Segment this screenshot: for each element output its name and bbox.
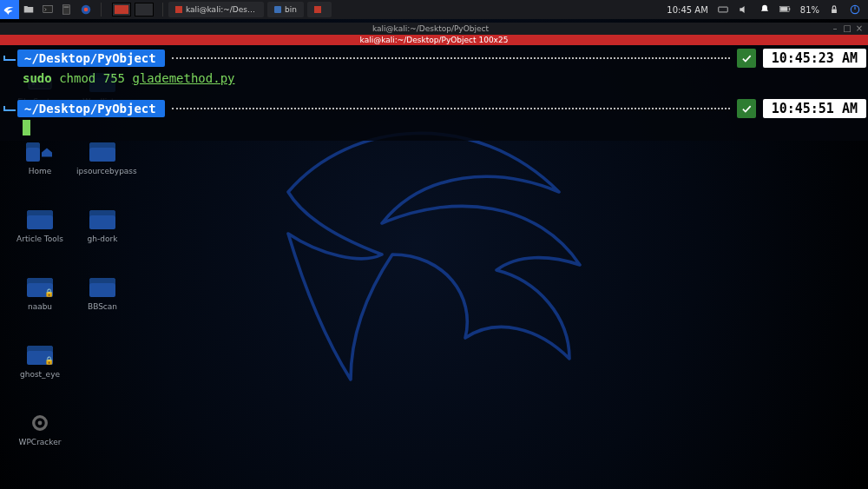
editor-icon <box>61 3 73 16</box>
close-button[interactable]: × <box>856 25 863 32</box>
file-manager-launcher[interactable] <box>19 0 38 19</box>
panel-divider <box>101 3 102 17</box>
desktop-icon-article-tools[interactable]: Article Tools <box>14 208 66 243</box>
desktop-icon-label: Article Tools <box>14 235 66 243</box>
folder-icon <box>89 276 116 299</box>
desktop-icon-bbscan[interactable]: BBScan <box>76 276 128 311</box>
power-icon[interactable] <box>849 3 861 16</box>
svg-point-4 <box>84 8 89 12</box>
svg-rect-8 <box>789 8 790 10</box>
svg-rect-2 <box>64 7 69 8</box>
cmd-chmod: chmod <box>59 71 95 85</box>
folder-locked-icon <box>26 276 54 299</box>
svg-point-15 <box>38 421 43 426</box>
system-tray: 10:45 AM 81% <box>667 3 868 16</box>
prompt-separator <box>172 57 730 59</box>
taskbar-item-label: bin <box>285 5 297 14</box>
taskbar-bin-window[interactable]: bin <box>267 2 304 17</box>
folder-icon <box>26 208 54 231</box>
command-line: sudo chmod 755 glademethod.py <box>0 69 868 97</box>
taskbar-minimized-window[interactable] <box>307 2 332 17</box>
window-icon <box>314 6 321 13</box>
volume-icon[interactable] <box>738 3 750 16</box>
terminal-icon <box>42 3 54 16</box>
workspace-1[interactable] <box>112 3 131 17</box>
folder-icon <box>89 208 116 231</box>
browser-icon <box>80 3 92 16</box>
workspace-switcher[interactable] <box>112 3 157 17</box>
battery-percent: 81% <box>800 5 819 15</box>
terminal-input-line[interactable] <box>0 120 868 135</box>
gear-icon <box>26 412 54 434</box>
desktop-icon-label: Home <box>14 167 66 175</box>
applications-menu-button[interactable] <box>0 0 19 19</box>
desktop[interactable]: File System Home Article Tools naabu gho… <box>0 19 868 489</box>
folder-icon <box>89 141 116 163</box>
desktop-icon-label: BBScan <box>76 302 128 311</box>
window-title: kali@kali:~/Desktop/PyObject <box>35 24 826 33</box>
svg-rect-0 <box>43 5 53 12</box>
top-panel: kali@kali:~/Desktop/Py… bin 10:45 AM 81% <box>0 0 868 19</box>
prompt-separator <box>172 108 730 109</box>
desktop-icon-wpcracker[interactable]: WPCracker <box>14 412 66 446</box>
cursor-icon <box>23 120 30 135</box>
window-titlebar[interactable]: kali@kali:~/Desktop/PyObject – □ × <box>0 23 868 35</box>
terminal-size-overlay: kali@kali:~/Desktop/PyObject 100x25 <box>0 35 868 45</box>
terminal-launcher[interactable] <box>38 0 57 19</box>
text-editor-launcher[interactable] <box>57 0 76 19</box>
prompt-path: ~/Desktop/PyObject <box>17 50 165 67</box>
folder-icon <box>23 3 35 16</box>
desktop-icon-label: gh-dork <box>76 235 128 243</box>
prompt-row: ~/Desktop/PyObject 10:45:51 AM <box>0 97 868 120</box>
terminal-window: kali@kali:~/Desktop/PyObject – □ × kali@… <box>0 23 868 141</box>
desktop-icon-naabu[interactable]: naabu <box>14 276 66 311</box>
maximize-button[interactable]: □ <box>844 25 851 32</box>
chevron-icon <box>0 106 16 111</box>
prompt-path: ~/Desktop/PyObject <box>17 100 165 117</box>
home-folder-icon <box>26 141 54 163</box>
prompt-timestamp: 10:45:51 AM <box>763 99 866 118</box>
prompt-row: ~/Desktop/PyObject 10:45:23 AM <box>0 47 868 69</box>
clock[interactable]: 10:45 AM <box>667 5 707 15</box>
lock-icon[interactable] <box>828 3 840 16</box>
cmd-mode: 755 <box>103 71 125 85</box>
minimize-button[interactable]: – <box>832 25 838 32</box>
desktop-icon-label: WPCracker <box>14 438 66 446</box>
desktop-icon-ipsourcebypass[interactable]: ipsourcebypass <box>76 141 128 175</box>
desktop-icon-label: ghost_eye <box>14 370 66 379</box>
status-success-icon <box>737 49 756 68</box>
taskbar-terminal-window[interactable]: kali@kali:~/Desktop/Py… <box>168 2 264 17</box>
desktop-icon-ghost-eye[interactable]: ghost_eye <box>14 344 66 379</box>
keyboard-icon[interactable] <box>717 3 729 16</box>
folder-icon <box>274 6 281 13</box>
battery-icon[interactable] <box>779 3 792 16</box>
desktop-icon-label: naabu <box>14 302 66 311</box>
folder-locked-icon <box>26 344 54 367</box>
cmd-sudo: sudo <box>23 71 52 85</box>
taskbar-item-label: kali@kali:~/Desktop/Py… <box>186 5 257 14</box>
status-success-icon <box>737 99 756 118</box>
desktop-icon-gh-dork[interactable]: gh-dork <box>76 208 128 243</box>
svg-rect-5 <box>719 7 728 12</box>
notifications-icon[interactable] <box>759 3 771 16</box>
workspace-2[interactable] <box>135 3 154 17</box>
svg-rect-9 <box>832 9 837 13</box>
desktop-icon-label: ipsourcebypass <box>76 167 128 175</box>
browser-launcher[interactable] <box>76 0 95 19</box>
prompt-timestamp: 10:45:23 AM <box>763 49 866 68</box>
kali-dragon-icon <box>3 3 16 17</box>
desktop-icon-home[interactable]: Home <box>14 141 66 175</box>
terminal-body[interactable]: ~/Desktop/PyObject 10:45:23 AM sudo chmo… <box>0 45 868 141</box>
svg-rect-7 <box>780 7 787 11</box>
cmd-file: glademethod.py <box>132 71 234 85</box>
panel-divider <box>162 3 163 17</box>
svg-rect-1 <box>62 5 69 15</box>
chevron-icon <box>0 56 16 61</box>
window-icon <box>175 6 182 13</box>
